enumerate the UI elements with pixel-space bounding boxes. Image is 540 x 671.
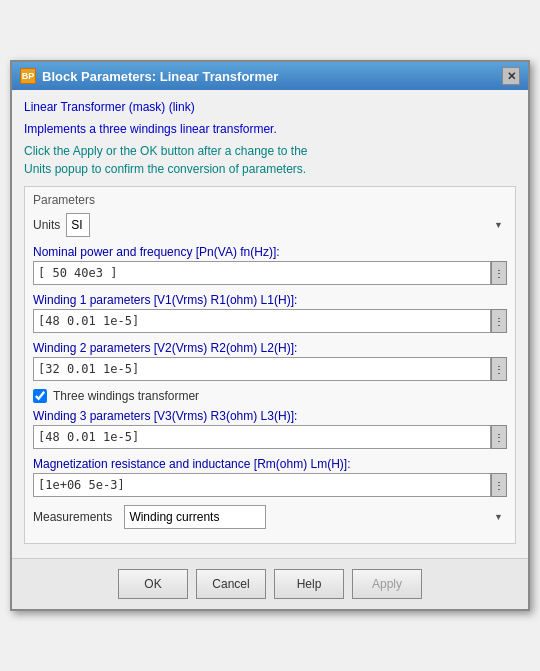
close-button[interactable]: ✕: [502, 67, 520, 85]
description-line2: Implements a three windings linear trans…: [24, 120, 516, 138]
apply-button[interactable]: Apply: [352, 569, 422, 599]
measurements-select-wrapper: Winding currents None All voltages and c…: [124, 505, 507, 529]
winding2-label: Winding 2 parameters [V2(Vrms) R2(ohm) L…: [33, 341, 507, 355]
nominal-power-row: ⋮: [33, 261, 507, 285]
measurements-select[interactable]: Winding currents None All voltages and c…: [124, 505, 266, 529]
three-windings-label: Three windings transformer: [53, 389, 199, 403]
title-bar-left: BP Block Parameters: Linear Transformer: [20, 68, 278, 84]
params-title: Parameters: [33, 193, 507, 207]
three-windings-checkbox[interactable]: [33, 389, 47, 403]
winding3-input[interactable]: [33, 425, 491, 449]
nominal-power-input[interactable]: [33, 261, 491, 285]
three-windings-row: Three windings transformer: [33, 389, 507, 403]
description-instruction: Click the Apply or the OK button after a…: [24, 142, 516, 178]
nominal-power-menu-btn[interactable]: ⋮: [491, 261, 507, 285]
description-line1: Linear Transformer (mask) (link): [24, 98, 516, 116]
winding1-menu-btn[interactable]: ⋮: [491, 309, 507, 333]
content-area: Linear Transformer (mask) (link) Impleme…: [12, 90, 528, 558]
magnetization-menu-btn[interactable]: ⋮: [491, 473, 507, 497]
winding1-row: ⋮: [33, 309, 507, 333]
winding2-menu-btn[interactable]: ⋮: [491, 357, 507, 381]
winding1-label: Winding 1 parameters [V1(Vrms) R1(ohm) L…: [33, 293, 507, 307]
window-title: Block Parameters: Linear Transformer: [42, 69, 278, 84]
ok-button[interactable]: OK: [118, 569, 188, 599]
title-bar: BP Block Parameters: Linear Transformer …: [12, 62, 528, 90]
winding1-input[interactable]: [33, 309, 491, 333]
button-row: OK Cancel Help Apply: [12, 558, 528, 609]
magnetization-input[interactable]: [33, 473, 491, 497]
units-label: Units: [33, 218, 60, 232]
measurements-label: Measurements: [33, 510, 112, 524]
nominal-power-label: Nominal power and frequency [Pn(VA) fn(H…: [33, 245, 507, 259]
winding3-label: Winding 3 parameters [V3(Vrms) R3(ohm) L…: [33, 409, 507, 423]
units-select[interactable]: SI pu: [66, 213, 90, 237]
units-select-wrapper: SI pu: [66, 213, 507, 237]
parameters-section: Parameters Units SI pu Nominal power and…: [24, 186, 516, 544]
magnetization-row: ⋮: [33, 473, 507, 497]
magnetization-label: Magnetization resistance and inductance …: [33, 457, 507, 471]
dialog: BP Block Parameters: Linear Transformer …: [10, 60, 530, 611]
title-icon: BP: [20, 68, 36, 84]
winding2-row: ⋮: [33, 357, 507, 381]
winding3-row: ⋮: [33, 425, 507, 449]
winding3-menu-btn[interactable]: ⋮: [491, 425, 507, 449]
measurements-row: Measurements Winding currents None All v…: [33, 505, 507, 529]
help-button[interactable]: Help: [274, 569, 344, 599]
winding2-input[interactable]: [33, 357, 491, 381]
cancel-button[interactable]: Cancel: [196, 569, 266, 599]
units-row: Units SI pu: [33, 213, 507, 237]
